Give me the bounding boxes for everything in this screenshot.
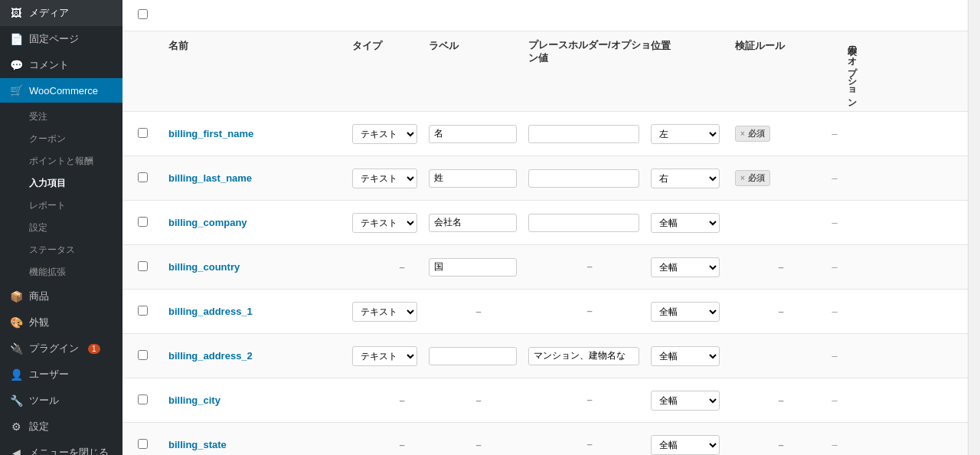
sidebar-item-woocommerce[interactable]: 🛒 WooCommerce (0, 78, 122, 103)
sidebar-item-users[interactable]: 👤 ユーザー (0, 362, 122, 388)
row-options-billing-last-name: – (827, 172, 842, 184)
field-name-billing-address-2[interactable]: billing_address_2 (168, 350, 253, 362)
sidebar-item-comments[interactable]: 💬 コメント (0, 52, 122, 78)
placeholder-dash-billing-state: – (528, 438, 651, 451)
sidebar-item-close-menu[interactable]: ◀ メニューを閉じる (0, 440, 122, 455)
type-select-billing-first-name[interactable]: テキスト テキストエリア セレクト (352, 124, 417, 144)
required-badge-billing-first-name: × 必須 (735, 126, 770, 142)
position-select-billing-address-2[interactable]: 全幅 (651, 346, 720, 366)
sidebar-item-status[interactable]: ステータス (0, 239, 122, 261)
row-checkbox-billing-company[interactable] (138, 217, 148, 227)
row-checkbox-billing-address-1[interactable] (138, 306, 148, 316)
sidebar-label-users: ユーザー (29, 368, 69, 381)
type-dash-billing-country: – (352, 261, 429, 273)
field-name-billing-state[interactable]: billing_state (168, 439, 227, 450)
sidebar-item-checkout-fields[interactable]: 入力項目 (0, 172, 122, 195)
row-checkbox-billing-first-name[interactable] (138, 128, 148, 138)
sidebar-item-points[interactable]: ポイントと報酬 (0, 150, 122, 172)
type-dash-billing-state: – (352, 439, 429, 450)
sidebar-item-orders[interactable]: 受注 (0, 106, 122, 128)
plugins-icon: 🔌 (9, 342, 23, 355)
position-select-billing-first-name[interactable]: 左 右 全幅 (651, 124, 720, 144)
scrollbar[interactable] (968, 0, 980, 455)
position-select-billing-address-1[interactable]: 全幅 (651, 302, 720, 322)
label-dash-billing-city: – (429, 394, 528, 406)
col-header-position: 位置 (651, 39, 735, 53)
sidebar-item-appearance[interactable]: 🎨 外観 (0, 309, 122, 336)
row-options-billing-address-2: – (827, 350, 842, 362)
position-select-billing-last-name[interactable]: 左 右 全幅 (651, 169, 720, 188)
position-select-billing-company[interactable]: 左 右 全幅 (651, 213, 720, 233)
field-name-billing-city[interactable]: billing_city (168, 394, 220, 406)
label-input-billing-first-name[interactable] (429, 125, 517, 143)
row-checkbox-billing-address-2[interactable] (138, 350, 148, 360)
type-select-billing-address-1[interactable]: テキスト (352, 302, 417, 322)
placeholder-input-billing-last-name[interactable] (528, 169, 639, 188)
products-icon: 📦 (9, 290, 23, 303)
sidebar-item-extensions[interactable]: 機能拡張 (0, 261, 122, 283)
sidebar-label-settings2: 設定 (29, 420, 49, 434)
type-select-billing-address-2[interactable]: テキスト (352, 346, 417, 366)
placeholder-dash-billing-city: – (528, 394, 651, 407)
plugins-badge: 1 (88, 344, 100, 354)
row-checkbox-billing-country[interactable] (138, 261, 148, 271)
row-options-billing-address-1: – (827, 306, 842, 317)
row-checkbox-billing-state[interactable] (138, 439, 148, 449)
position-select-billing-state[interactable]: 全幅 (651, 435, 720, 455)
remove-required-icon-last[interactable]: × (740, 174, 745, 182)
sidebar-item-coupons[interactable]: クーポン (0, 128, 122, 150)
row-options-billing-state: – (827, 439, 842, 450)
sidebar: 🖼 メディア 📄 固定ページ 💬 コメント 🛒 WooCommerce 受注 ク… (0, 0, 122, 455)
sidebar-item-media[interactable]: 🖼 メディア (0, 0, 122, 26)
col-header-label: ラベル (429, 39, 528, 53)
media-icon: 🖼 (9, 7, 23, 19)
sidebar-item-pages[interactable]: 📄 固定ページ (0, 26, 122, 52)
select-all-checkbox[interactable] (138, 9, 148, 19)
table-row: billing_last_name テキスト 左 右 全幅 × 必須 – (122, 156, 968, 201)
label-input-billing-country[interactable] (429, 258, 517, 277)
table-row: billing_company テキスト 左 右 全幅 – (122, 201, 968, 245)
row-checkbox-billing-last-name[interactable] (138, 172, 148, 182)
sidebar-item-products[interactable]: 📦 商品 (0, 283, 122, 309)
sidebar-label-tools: ツール (29, 394, 59, 408)
col-header-name: 名前 (168, 39, 352, 53)
field-name-billing-company[interactable]: billing_company (168, 217, 247, 228)
placeholder-input-billing-company[interactable] (528, 214, 639, 232)
sidebar-item-settings2[interactable]: ⚙ 設定 (0, 414, 122, 440)
sidebar-label-pages: 固定ページ (29, 32, 79, 46)
remove-required-icon[interactable]: × (740, 129, 745, 138)
row-options-billing-first-name: – (827, 128, 842, 139)
row-checkbox-billing-city[interactable] (138, 394, 148, 404)
label-input-billing-last-name[interactable] (429, 169, 517, 188)
row-options-billing-country: – (827, 261, 842, 273)
col-header-options: 表示のオプション (827, 39, 858, 103)
validation-dash-billing-address-1: – (735, 306, 827, 317)
placeholder-input-billing-first-name[interactable] (528, 125, 639, 143)
validation-dash-billing-country: – (735, 261, 827, 273)
table-row: billing_address_1 テキスト – – 全幅 – – (122, 290, 968, 334)
label-input-billing-address-2[interactable] (429, 347, 517, 365)
sidebar-item-plugins[interactable]: 🔌 プラグイン 1 (0, 336, 122, 362)
sidebar-item-settings[interactable]: 設定 (0, 217, 122, 239)
field-name-billing-address-1[interactable]: billing_address_1 (168, 306, 253, 317)
table-row: billing_country – – 全幅 – – (122, 245, 968, 290)
position-select-billing-city[interactable]: 全幅 (651, 391, 720, 411)
field-name-billing-first-name[interactable]: billing_first_name (168, 128, 253, 139)
appearance-icon: 🎨 (9, 316, 23, 329)
type-select-billing-company[interactable]: テキスト (352, 213, 417, 233)
required-label: 必須 (748, 128, 765, 139)
sidebar-label-woocommerce: WooCommerce (29, 85, 98, 97)
sidebar-label-comments: コメント (29, 58, 69, 72)
type-select-billing-last-name[interactable]: テキスト (352, 169, 417, 188)
sidebar-item-reports[interactable]: レポート (0, 195, 122, 217)
table-row: billing_first_name テキスト テキストエリア セレクト 左 右… (122, 112, 968, 156)
row-options-billing-city: – (827, 394, 842, 406)
field-name-billing-last-name[interactable]: billing_last_name (168, 172, 252, 184)
label-input-billing-company[interactable] (429, 214, 517, 232)
field-name-billing-country[interactable]: billing_country (168, 261, 240, 273)
comments-icon: 💬 (9, 59, 23, 71)
sidebar-item-tools[interactable]: 🔧 ツール (0, 388, 122, 414)
table-row: billing_address_2 テキスト 全幅 – (122, 334, 968, 378)
placeholder-input-billing-address-2[interactable] (528, 347, 639, 365)
position-select-billing-country[interactable]: 全幅 (651, 257, 720, 277)
